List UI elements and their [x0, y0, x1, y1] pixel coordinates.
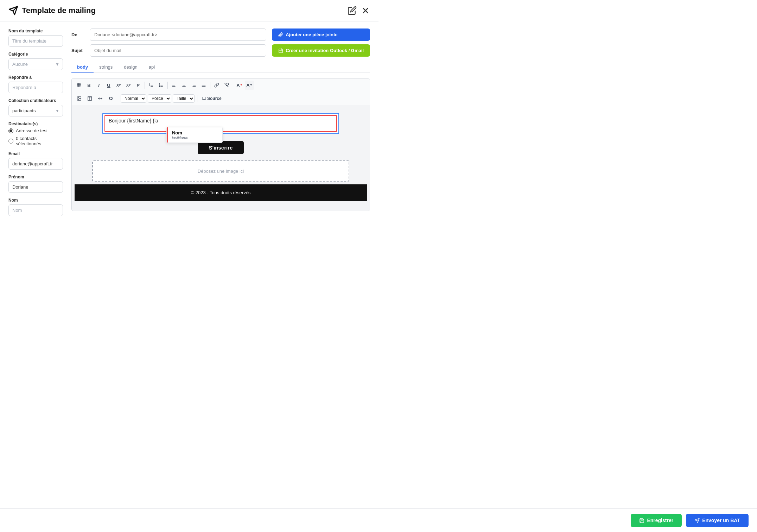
template-name-input[interactable]	[8, 35, 63, 47]
radio-group: Adresse de test 0 contacts sélectionnés	[8, 128, 63, 146]
editor-wrapper: B I U X2 X2 Ix	[71, 78, 370, 211]
attach-label: Ajouter une pièce jointe	[286, 32, 337, 37]
fields-block: De Sujet	[71, 28, 266, 57]
tb-table-icon[interactable]	[75, 81, 84, 90]
tb-clear-format-button[interactable]: Ix	[134, 81, 143, 90]
toolbar-separator-6	[197, 95, 197, 102]
de-row: De	[71, 28, 266, 41]
svg-point-20	[159, 85, 160, 86]
tb-source-button[interactable]: Source	[200, 94, 224, 103]
svg-point-21	[159, 86, 160, 87]
invite-label: Créer une invitation Outlook / Gmail	[286, 48, 364, 53]
tb-table-insert-button[interactable]	[85, 94, 94, 103]
tb-align-right-button[interactable]	[189, 81, 198, 90]
close-icon[interactable]	[361, 6, 370, 15]
radio-contacts-input[interactable]	[8, 139, 13, 144]
firstname-label: Prénom	[8, 175, 63, 179]
svg-point-36	[78, 97, 79, 98]
image-drop-zone[interactable]: Déposez une image ici	[92, 160, 349, 182]
header-left: Template de mailing	[8, 6, 96, 15]
radio-contacts-item[interactable]: 0 contacts sélectionnés	[8, 136, 63, 146]
svg-point-19	[159, 84, 160, 84]
plane-icon	[8, 6, 18, 15]
category-group: Catégorie Aucune ▼	[8, 52, 63, 70]
toolbar-separator-5	[118, 95, 118, 102]
editor-text-block[interactable]: Bonjour {firstName} {la Nom lastName	[102, 113, 339, 134]
image-drop-label: Déposez une image ici	[198, 169, 244, 174]
tab-strings[interactable]: strings	[94, 62, 118, 73]
category-select-wrapper: Aucune ▼	[8, 58, 63, 70]
reply-to-label: Répondre à	[8, 75, 63, 80]
nom-group: Nom	[8, 198, 63, 216]
tb-unordered-list-button[interactable]	[157, 81, 166, 90]
reply-to-input[interactable]	[8, 82, 63, 93]
tab-design[interactable]: design	[118, 62, 143, 73]
collection-select[interactable]: participants	[8, 105, 63, 116]
autocomplete-item-nom[interactable]: Nom lastName	[167, 127, 222, 142]
page-title: Template de mailing	[22, 6, 96, 15]
tb-link-button[interactable]	[212, 81, 221, 90]
category-select[interactable]: Aucune	[8, 58, 63, 70]
tab-api[interactable]: api	[143, 62, 160, 73]
tb-subscript-button[interactable]: X2	[114, 81, 123, 90]
tb-italic-button[interactable]: I	[94, 81, 103, 90]
subscribe-label: S'inscrire	[209, 145, 233, 151]
toolbar-row-2: Ω Normal Police Taille Source	[72, 92, 370, 105]
sujet-input[interactable]	[90, 44, 266, 57]
editor-text-content: Bonjour {firstName} {la	[109, 118, 158, 124]
recipients-label: Destinataire(s)	[8, 121, 63, 126]
tb-size-select[interactable]: Taille	[173, 94, 195, 103]
invite-button[interactable]: Créer une invitation Outlook / Gmail	[272, 44, 370, 57]
tb-justify-button[interactable]	[199, 81, 208, 90]
toolbar-row-1: B I U X2 X2 Ix	[72, 78, 370, 92]
autocomplete-item-sub: lastName	[172, 135, 218, 140]
radio-test-input[interactable]	[8, 128, 13, 133]
email-group: Email	[8, 151, 63, 170]
de-label: De	[71, 32, 86, 37]
tb-unlink-button[interactable]	[222, 81, 231, 90]
email-label: Email	[8, 151, 63, 156]
edit-icon[interactable]	[348, 6, 357, 15]
template-name-label: Nom du template	[8, 28, 63, 33]
svg-rect-4	[279, 49, 283, 53]
source-label: Source	[207, 96, 222, 101]
tab-body[interactable]: body	[71, 62, 94, 73]
tb-format-select[interactable]: Normal	[121, 94, 146, 103]
content-area: De Sujet Ajouter une pièce jointe	[71, 28, 370, 216]
autocomplete-dropdown[interactable]: Nom lastName	[166, 127, 223, 143]
tb-bold-button[interactable]: B	[84, 81, 94, 90]
attach-button[interactable]: Ajouter une pièce jointe	[272, 28, 370, 41]
tb-font-select[interactable]: Police	[148, 94, 171, 103]
radio-test-item[interactable]: Adresse de test	[8, 128, 63, 133]
collection-label: Collection d'utilisateurs	[8, 98, 63, 103]
text-block-container: Bonjour {firstName} {la Nom lastName	[89, 113, 352, 134]
reply-to-group: Répondre à	[8, 75, 63, 93]
nom-input[interactable]	[8, 204, 63, 216]
sujet-row: Sujet	[71, 44, 266, 57]
firstname-group: Prénom	[8, 175, 63, 193]
toolbar-separator-4	[233, 82, 233, 89]
tb-special-char-button[interactable]: Ω	[106, 94, 115, 103]
tb-align-left-button[interactable]	[170, 81, 179, 90]
tb-superscript-button[interactable]: X2	[124, 81, 133, 90]
editor-footer: © 2023 - Tous droits réservés	[75, 184, 367, 201]
svg-rect-41	[202, 97, 206, 100]
tb-ordered-list-button[interactable]	[147, 81, 156, 90]
paperclip-icon	[278, 32, 283, 37]
main-layout: Nom du template Catégorie Aucune ▼ Répon…	[0, 21, 378, 223]
de-input[interactable]	[90, 28, 266, 41]
radio-contacts-label: 0 contacts sélectionnés	[16, 136, 63, 146]
tb-bg-color-button[interactable]: A▼	[245, 81, 254, 90]
tabs: body strings design api	[71, 62, 370, 73]
collection-group: Collection d'utilisateurs participants ▼	[8, 98, 63, 116]
tb-align-center-button[interactable]	[179, 81, 189, 90]
tb-image-button[interactable]	[75, 94, 84, 103]
email-input[interactable]	[8, 158, 63, 170]
tb-font-color-button[interactable]: A▼	[235, 81, 244, 90]
subscribe-button[interactable]: S'inscrire	[198, 141, 244, 154]
firstname-input[interactable]	[8, 181, 63, 193]
collection-select-wrapper: participants ▼	[8, 105, 63, 116]
svg-rect-8	[77, 83, 81, 87]
tb-underline-button[interactable]: U	[104, 81, 113, 90]
tb-hr-button[interactable]	[96, 94, 105, 103]
